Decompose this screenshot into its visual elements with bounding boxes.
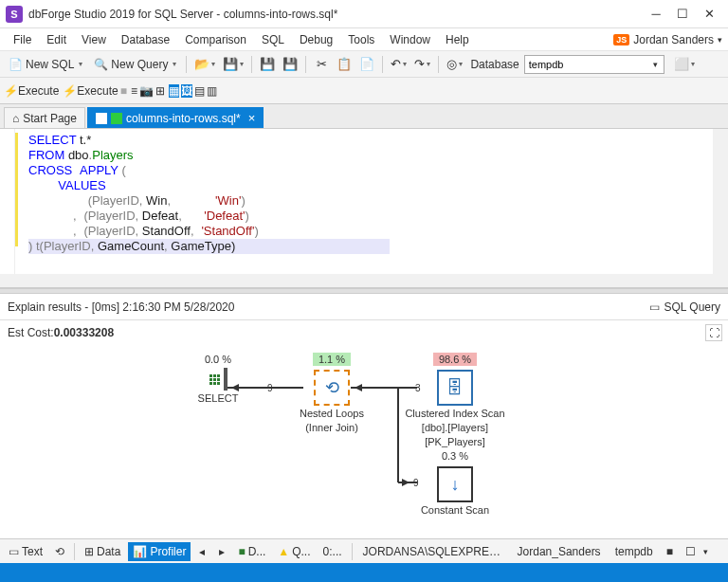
close-button[interactable]: ✕ [696, 5, 722, 24]
tab-close-button[interactable]: × [248, 111, 256, 125]
clustered-index-scan-icon: 🗄 [437, 370, 473, 406]
status-data-tab[interactable]: ⊞ Data [80, 542, 125, 561]
status-text-tab[interactable]: ▭ Text [4, 542, 47, 561]
format-button[interactable]: ≡ [131, 84, 137, 98]
sql-query-icon: ▭ [649, 300, 660, 314]
execute-button-2[interactable]: ⚡Execute [63, 84, 118, 98]
main-toolbar: 📄New SQL 🔍New Query 📂 💾 💾 💾 ✂ 📋 📄 ↶ ↷ ◎ … [0, 51, 728, 78]
user-indicator[interactable]: JS Jordan Sanders ▾ [613, 33, 722, 46]
db-action-button[interactable]: ⬜ [671, 54, 698, 75]
view-mode-4[interactable]: ▥ [207, 84, 217, 98]
status-d-tab[interactable]: ■ D... [233, 542, 270, 561]
status-layout-2[interactable]: ☐ [681, 542, 701, 561]
menu-debug[interactable]: Debug [292, 30, 340, 49]
status-nav-prev[interactable]: ◂ [193, 545, 210, 558]
save-multi-button[interactable]: 💾 [280, 54, 300, 75]
status-time[interactable]: 0:... [318, 542, 347, 561]
results-panel: Explain results - [0ms] 2:16:30 PM 5/28/… [0, 294, 728, 550]
grid-toggle-button[interactable]: ⊞ [155, 84, 165, 98]
est-cost-row: Est Cost: 0.00333208 ⛶ [0, 320, 728, 345]
target-button[interactable]: ◎ [444, 54, 465, 75]
status-refresh[interactable]: ⟲ [50, 542, 69, 561]
menu-help[interactable]: Help [438, 30, 477, 49]
status-user: Jordan_Sanders [512, 545, 607, 558]
titlebar: S dbForge Studio 2019 for SQL Server - c… [0, 0, 728, 28]
explain-title: Explain results - [0ms] 2:16:30 PM 5/28/… [8, 300, 649, 314]
menu-database[interactable]: Database [114, 30, 177, 49]
status-connection: JORDANSA\SQLEXPRESS (1... [357, 545, 509, 558]
view-mode-1[interactable]: ▦ [169, 84, 179, 98]
menu-edit[interactable]: Edit [39, 30, 74, 49]
est-cost-label: Est Cost: [8, 326, 54, 339]
view-mode-3[interactable]: ▤ [194, 84, 205, 98]
execute-button[interactable]: ⚡Execute [4, 84, 59, 98]
database-combo[interactable] [524, 55, 664, 74]
status-nav-next[interactable]: ▸ [213, 545, 230, 558]
status-q-tab[interactable]: ▲ Q... [273, 542, 315, 561]
database-label: Database [467, 58, 521, 71]
new-sql-button[interactable]: 📄New SQL [4, 54, 87, 75]
plan-node-constant-scan[interactable]: 0.3 % 9 ↓ Constant Scan [398, 449, 512, 517]
menu-window[interactable]: Window [382, 30, 438, 49]
statusbar: ▭ Text ⟲ ⊞ Data 📊 Profiler ◂ ▸ ■ D... ▲ … [0, 538, 728, 563]
tab-active-file[interactable]: columns-into-rows.sql* × [87, 107, 264, 128]
minimize-button[interactable]: ─ [643, 5, 669, 24]
tab-start-page[interactable]: ⌂ Start Page [4, 107, 85, 128]
app-icon: S [6, 6, 23, 23]
execution-plan[interactable]: 0.0 % SELECT 1.1 % 9 ⟲ Nested Loops (Inn… [0, 345, 728, 544]
menu-view[interactable]: View [74, 30, 114, 49]
status-profiler-tab[interactable]: 📊 Profiler [128, 542, 191, 561]
constant-scan-icon: ↓ [437, 466, 473, 502]
menu-sql[interactable]: SQL [254, 30, 292, 49]
save-all-button[interactable]: 💾 [257, 54, 278, 75]
redo-button[interactable]: ↷ [411, 54, 433, 75]
plan-node-clustered-index-scan[interactable]: 98.6 % 3 🗄 Clustered Index Scan [dbo].[P… [398, 353, 512, 448]
menu-file[interactable]: File [6, 30, 39, 49]
exec-toolbar: ⚡Execute ⚡Execute ■ ≡ 📷 ⊞ ▦ 🖼 ▤ ▥ [0, 78, 728, 104]
status-layout-1[interactable]: ■ [662, 542, 678, 561]
new-query-button[interactable]: 🔍New Query [89, 54, 181, 75]
editor-vscroll[interactable] [713, 129, 728, 287]
copy-button[interactable]: 📋 [334, 54, 355, 75]
bottom-accent [0, 563, 728, 582]
save-button[interactable]: 💾 [220, 54, 246, 75]
file-icon [96, 113, 107, 124]
menu-comparison[interactable]: Comparison [177, 30, 254, 49]
user-badge-icon: JS [613, 34, 629, 45]
status-database: tempdb [610, 545, 659, 558]
change-indicator [15, 133, 18, 246]
menu-tools[interactable]: Tools [340, 30, 382, 49]
nested-loops-icon: ⟲ [314, 370, 350, 406]
window-title: dbForge Studio 2019 for SQL Server - col… [28, 8, 643, 21]
db-icon [111, 113, 122, 124]
select-icon [209, 374, 220, 385]
document-tabs: ⌂ Start Page columns-into-rows.sql* × [0, 104, 728, 129]
view-mode-2[interactable]: 🖼 [181, 84, 192, 98]
paste-button[interactable]: 📄 [356, 54, 377, 75]
stop-button[interactable]: ■ [120, 84, 127, 98]
results-header: Explain results - [0ms] 2:16:30 PM 5/28/… [0, 294, 728, 320]
home-icon: ⌂ [12, 112, 19, 125]
sql-code[interactable]: SELECT t.* FROM dbo.Players CROSS APPLY … [28, 133, 390, 254]
menubar: File Edit View Database Comparison SQL D… [0, 28, 728, 51]
sql-query-button[interactable]: ▭ SQL Query [649, 300, 720, 314]
user-name: Jordan Sanders [633, 33, 714, 46]
cut-button[interactable]: ✂ [311, 54, 332, 75]
editor-hscroll[interactable] [0, 274, 713, 287]
est-cost-value: 0.00333208 [54, 326, 114, 339]
undo-button[interactable]: ↶ [388, 54, 410, 75]
plan-node-nested-loops[interactable]: 1.1 % 9 ⟲ Nested Loops (Inner Join) [275, 353, 389, 434]
open-button[interactable]: 📂 [191, 54, 218, 75]
editor-gutter [0, 129, 15, 287]
maximize-button[interactable]: ☐ [669, 5, 696, 24]
plan-node-select[interactable]: 0.0 % SELECT [161, 353, 275, 405]
expand-button[interactable]: ⛶ [705, 324, 722, 341]
sql-editor[interactable]: + SELECT t.* FROM dbo.Players CROSS APPL… [0, 129, 728, 288]
camera-button[interactable]: 📷 [139, 84, 154, 98]
